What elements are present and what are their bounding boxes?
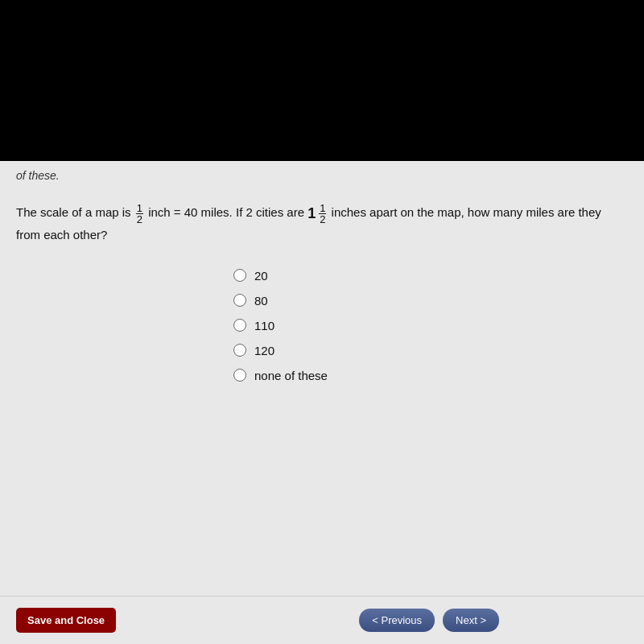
options-container: 2080110120none of these xyxy=(16,269,628,382)
next-button[interactable]: Next > xyxy=(443,609,499,632)
question-text: The scale of a map is 1 2 inch = 40 mile… xyxy=(16,202,628,245)
mixed-number: 1 1 2 xyxy=(308,202,328,225)
option-row-1: 20 xyxy=(233,269,411,283)
nav-buttons: < Previous Next > xyxy=(359,609,499,632)
save-close-button[interactable]: Save and Close xyxy=(16,608,116,633)
radio-opt2[interactable] xyxy=(233,294,246,307)
option-label-opt3: 110 xyxy=(254,319,275,332)
radio-opt3[interactable] xyxy=(233,319,246,332)
option-row-3: 110 xyxy=(233,319,411,332)
radio-opt4[interactable] xyxy=(233,344,246,357)
mixed-whole: 1 xyxy=(308,202,316,225)
fraction2-numerator: 1 xyxy=(319,203,326,214)
fraction-denominator: 2 xyxy=(136,214,143,225)
radio-opt5[interactable] xyxy=(233,369,246,382)
option-row-2: 80 xyxy=(233,294,411,308)
fraction-half: 1 2 xyxy=(136,203,143,225)
top-black-area xyxy=(0,0,644,161)
option-label-opt1: 20 xyxy=(254,269,268,283)
fraction-numerator: 1 xyxy=(136,203,143,214)
option-label-opt4: 120 xyxy=(254,344,275,357)
option-row-4: 120 xyxy=(233,344,411,357)
main-content: of these. The scale of a map is 1 2 inch… xyxy=(0,161,644,644)
option-label-opt5: none of these xyxy=(254,369,328,382)
option-row-5: none of these xyxy=(233,369,411,382)
question-text-middle: inch = 40 miles. If 2 cities are xyxy=(148,205,304,219)
question-text-before: The scale of a map is xyxy=(16,205,131,219)
previous-button[interactable]: < Previous xyxy=(359,609,435,632)
radio-opt1[interactable] xyxy=(233,269,246,282)
fraction2-denominator: 2 xyxy=(319,214,326,225)
truncated-text: of these. xyxy=(0,161,644,186)
fraction-half2: 1 2 xyxy=(319,203,326,225)
bottom-bar: Save and Close < Previous Next > xyxy=(0,596,644,644)
question-area: The scale of a map is 1 2 inch = 40 mile… xyxy=(0,186,644,596)
option-label-opt2: 80 xyxy=(254,294,268,308)
